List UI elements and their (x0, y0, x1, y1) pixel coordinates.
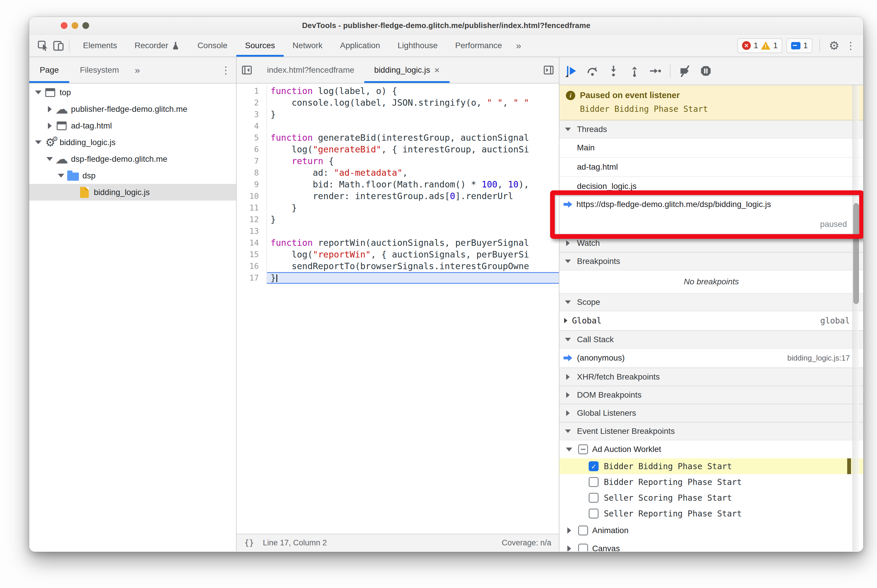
listener-category-animation[interactable]: Animation (560, 521, 863, 540)
section-header-breakpoints[interactable]: Breakpoints (560, 252, 863, 270)
call-stack-frame[interactable]: (anonymous)bidding_logic.js:17 (560, 349, 863, 368)
listener-category-canvas[interactable]: Canvas (560, 540, 863, 551)
resume-icon[interactable] (565, 64, 578, 78)
line-number[interactable]: 12 (237, 214, 267, 225)
settings-gear-icon[interactable]: ⚙ (829, 39, 839, 52)
navigator-menu-icon[interactable]: ⋮ (218, 64, 233, 76)
section-header-threads[interactable]: Threads (560, 120, 863, 138)
line-number[interactable]: 7 (237, 155, 267, 167)
deactivate-breakpoints-icon[interactable] (678, 64, 692, 78)
collapsed-arrow-icon[interactable] (45, 123, 55, 129)
line-number[interactable]: 17 (237, 272, 267, 284)
editor-tab-index-html-fencedframe[interactable]: index.html?fencedframe (257, 57, 364, 83)
zoom-window-button[interactable] (83, 22, 89, 29)
listener-category-ad-auction-worklet[interactable]: Ad Auction Worklet (560, 440, 863, 458)
listener-breakpoint-bidder-bidding-phase-start[interactable]: ✓Bidder Bidding Phase Start (560, 458, 863, 474)
tree-item-dsp[interactable]: dsp (29, 167, 236, 184)
tree-item-top[interactable]: top (29, 84, 236, 101)
collapsed-arrow-icon[interactable] (564, 545, 574, 551)
line-number[interactable]: 4 (237, 120, 267, 132)
section-header-watch[interactable]: Watch (560, 234, 863, 252)
errors-warnings-badge[interactable]: ✕ 1 ! 1 (737, 38, 782, 53)
more-tabs-icon[interactable]: » (511, 40, 527, 51)
unchecked-checkbox[interactable] (589, 493, 599, 503)
scope-global-row[interactable]: Globalglobal (560, 311, 863, 330)
listener-breakpoint-bidder-reporting-phase-start[interactable]: Bidder Reporting Phase Start (560, 474, 863, 490)
tree-item-dsp-fledge-demo-glitch-me[interactable]: ☁dsp-fledge-demo.glitch.me (29, 151, 236, 167)
line-number[interactable]: 9 (237, 178, 267, 190)
tab-performance[interactable]: Performance (447, 34, 511, 57)
line-number[interactable]: 3 (237, 109, 267, 120)
collapsed-arrow-icon[interactable] (564, 527, 574, 534)
step-over-icon[interactable] (586, 64, 599, 78)
editor-tab-bidding-logic-js[interactable]: bidding_logic.js× (364, 57, 450, 83)
collapsed-arrow-icon[interactable] (45, 106, 55, 112)
issues-badge[interactable]: 1 (787, 38, 812, 53)
tree-item-bidding-logic-js[interactable]: bidding_logic.js (29, 184, 236, 201)
close-window-button[interactable] (61, 22, 68, 29)
line-number[interactable]: 11 (237, 202, 267, 214)
tab-network[interactable]: Network (284, 34, 331, 57)
tab-recorder[interactable]: Recorder (126, 34, 189, 57)
checked-checkbox[interactable]: ✓ (589, 461, 599, 471)
navigator-tab-filesystem[interactable]: Filesystem (69, 57, 129, 83)
inspect-element-icon[interactable] (36, 38, 51, 53)
code-editor[interactable]: 1function log(label, o) {2 console.log(l… (237, 84, 559, 534)
tab-sources[interactable]: Sources (236, 34, 284, 57)
listener-breakpoint-seller-reporting-phase-start[interactable]: Seller Reporting Phase Start (560, 506, 863, 521)
section-header-dom-breakpoints[interactable]: DOM Breakpoints (560, 386, 863, 404)
indeterminate-checkbox[interactable] (578, 444, 588, 454)
thread-row[interactable]: Main (560, 138, 863, 158)
line-number[interactable]: 6 (237, 144, 267, 155)
navigator-tab-page[interactable]: Page (29, 57, 69, 83)
thread-row[interactable]: decision_logic.js (560, 177, 863, 196)
more-options-icon[interactable]: ⋮ (843, 40, 858, 51)
line-number[interactable]: 14 (237, 237, 267, 249)
thread-row-paused[interactable]: https://dsp-fledge-demo.glitch.me/dsp/bi… (560, 196, 863, 234)
line-number[interactable]: 10 (237, 190, 267, 202)
section-header-event-listener-breakpoints[interactable]: Event Listener Breakpoints (560, 422, 863, 440)
expanded-arrow-icon[interactable] (56, 174, 66, 177)
line-number[interactable]: 16 (237, 260, 267, 272)
step-icon[interactable] (649, 64, 662, 78)
line-number[interactable]: 5 (237, 132, 267, 144)
tab-lighthouse[interactable]: Lighthouse (389, 34, 447, 57)
tree-item-ad-tag-html[interactable]: ad-tag.html (29, 117, 236, 134)
expanded-arrow-icon[interactable] (45, 157, 55, 161)
line-number[interactable]: 1 (237, 85, 267, 97)
step-into-icon[interactable] (607, 64, 620, 78)
tree-item-bidding-logic-js[interactable]: ⚙bidding_logic.js (29, 134, 236, 151)
section-header-scope[interactable]: Scope (560, 293, 863, 311)
expanded-arrow-icon[interactable] (33, 140, 43, 144)
close-tab-icon[interactable]: × (434, 65, 440, 76)
listener-breakpoint-seller-scoring-phase-start[interactable]: Seller Scoring Phase Start (560, 490, 863, 506)
section-header-global-listeners[interactable]: Global Listeners (560, 404, 863, 422)
line-number[interactable]: 15 (237, 249, 267, 260)
navigator-more-tabs-icon[interactable]: » (129, 57, 145, 83)
line-number[interactable]: 13 (237, 225, 267, 237)
unchecked-checkbox[interactable] (578, 525, 588, 536)
collapsed-arrow-icon[interactable] (564, 318, 567, 323)
device-toolbar-icon[interactable] (51, 38, 66, 53)
hide-navigator-icon[interactable] (237, 57, 257, 83)
tree-item-publisher-fledge-demo-glitch-me[interactable]: ☁publisher-fledge-demo.glitch.me (29, 101, 236, 117)
unchecked-checkbox[interactable] (578, 544, 588, 551)
section-header-call-stack[interactable]: Call Stack (560, 330, 863, 349)
tab-elements[interactable]: Elements (74, 34, 126, 57)
scrollbar-thumb[interactable] (853, 203, 859, 304)
line-number[interactable]: 2 (237, 97, 267, 109)
open-more-editors-icon[interactable] (539, 57, 559, 83)
tab-application[interactable]: Application (331, 34, 389, 57)
expanded-arrow-icon[interactable] (33, 90, 43, 94)
line-number[interactable]: 8 (237, 167, 267, 178)
pretty-print-button[interactable]: {} (244, 538, 254, 548)
unchecked-checkbox[interactable] (589, 508, 599, 519)
pause-exceptions-icon[interactable] (699, 64, 713, 78)
unchecked-checkbox[interactable] (589, 477, 599, 487)
tab-console[interactable]: Console (189, 34, 236, 57)
expanded-arrow-icon[interactable] (564, 448, 574, 452)
minimize-window-button[interactable] (72, 22, 78, 29)
section-header-xhr-fetch-breakpoints[interactable]: XHR/fetch Breakpoints (560, 368, 863, 386)
step-out-icon[interactable] (628, 64, 641, 78)
thread-row[interactable]: ad-tag.html (560, 158, 863, 177)
